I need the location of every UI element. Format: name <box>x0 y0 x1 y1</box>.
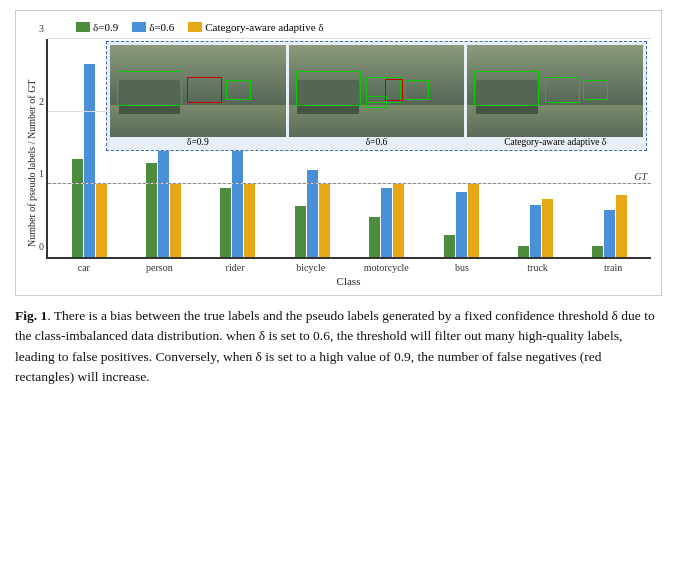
scene-09 <box>110 45 286 137</box>
figure-container: δ=0.9 δ=0.6 Category-aware adaptive δ Nu… <box>15 10 662 296</box>
box-green-09-1 <box>117 71 182 106</box>
inset-labels-row: δ=0.9 δ=0.6 Category-aware adaptive δ <box>110 137 643 147</box>
bar-delta09-bicycle <box>295 206 306 257</box>
inset-box: δ=0.9 δ=0.6 Category-aware adaptive δ <box>106 41 647 151</box>
bar-delta06-train <box>604 210 615 257</box>
x-label-truck: truck <box>500 262 576 273</box>
inset-panel-06 <box>289 45 465 137</box>
x-axis-labels: carpersonriderbicyclemotorcyclebustruckt… <box>46 262 651 273</box>
scene-adaptive <box>467 45 643 137</box>
bar-delta06-car <box>84 64 95 257</box>
bar-delta06-bicycle <box>307 170 318 257</box>
chart-inner: δ=0.9 δ=0.6 Category-aware adaptive δ 0 … <box>46 39 651 287</box>
inset-images <box>110 45 643 137</box>
x-label-bicycle: bicycle <box>273 262 349 273</box>
legend-swatch-06 <box>132 22 146 32</box>
inset-panel-adaptive <box>467 45 643 137</box>
legend-swatch-09 <box>76 22 90 32</box>
bar-delta09-bus <box>444 235 455 257</box>
box-green-09-3 <box>226 80 251 100</box>
box-red-06-1 <box>385 79 403 101</box>
bar-delta09-train <box>592 246 603 257</box>
inset-panel-09 <box>110 45 286 137</box>
bar-delta06-truck <box>530 205 541 257</box>
scene-06 <box>289 45 465 137</box>
bar-delta09-rider <box>220 188 231 257</box>
box-green-06-3 <box>405 80 430 100</box>
bar-adaptive-bus <box>468 184 479 257</box>
x-label-person: person <box>122 262 198 273</box>
inset-label-09: δ=0.9 <box>110 137 286 147</box>
inset-label-06: δ=0.6 <box>289 137 465 147</box>
x-label-bus: bus <box>424 262 500 273</box>
legend-item-09: δ=0.9 <box>76 21 118 33</box>
x-label-train: train <box>575 262 651 273</box>
legend-label-09: δ=0.9 <box>93 21 118 33</box>
bar-delta06-bus <box>456 192 467 257</box>
bar-adaptive-train <box>616 195 627 257</box>
bar-adaptive-rider <box>244 184 255 257</box>
bar-adaptive-person <box>170 184 181 257</box>
legend-item-adaptive: Category-aware adaptive δ <box>188 21 323 33</box>
box-green-ad-2 <box>545 77 580 103</box>
x-label-motorcycle: motorcycle <box>349 262 425 273</box>
y-axis-label: Number of pseudo labels / Number of GT <box>26 39 42 287</box>
legend-swatch-adaptive <box>188 22 202 32</box>
box-green-ad-3 <box>583 80 608 100</box>
bar-delta09-person <box>146 163 157 257</box>
caption-text: . There is a bias between the true label… <box>15 308 655 384</box>
bar-delta06-motorcycle <box>381 188 392 257</box>
box-red-09-1 <box>187 77 222 103</box>
box-green-ad-1 <box>474 71 539 106</box>
bar-delta09-motorcycle <box>369 217 380 257</box>
box-green-06-1 <box>296 71 361 106</box>
bar-adaptive-motorcycle <box>393 184 404 257</box>
inset-label-adaptive: Category-aware adaptive δ <box>467 137 643 147</box>
legend-label-06: δ=0.6 <box>149 21 174 33</box>
bar-delta09-car <box>72 159 83 257</box>
caption-fig-label: Fig. 1 <box>15 308 47 323</box>
legend-item-06: δ=0.6 <box>132 21 174 33</box>
legend-label-adaptive: Category-aware adaptive δ <box>205 21 323 33</box>
caption: Fig. 1. There is a bias between the true… <box>15 306 662 387</box>
bar-delta09-truck <box>518 246 529 257</box>
bar-adaptive-truck <box>542 199 553 257</box>
box-green-06-4 <box>366 96 387 109</box>
x-label-rider: rider <box>197 262 273 273</box>
x-label-car: car <box>46 262 122 273</box>
chart-area: Number of pseudo labels / Number of GT <box>26 39 651 287</box>
x-axis-title: Class <box>46 275 651 287</box>
bar-adaptive-bicycle <box>319 184 330 257</box>
chart-legend: δ=0.9 δ=0.6 Category-aware adaptive δ <box>26 21 651 33</box>
bar-adaptive-car <box>96 184 107 257</box>
